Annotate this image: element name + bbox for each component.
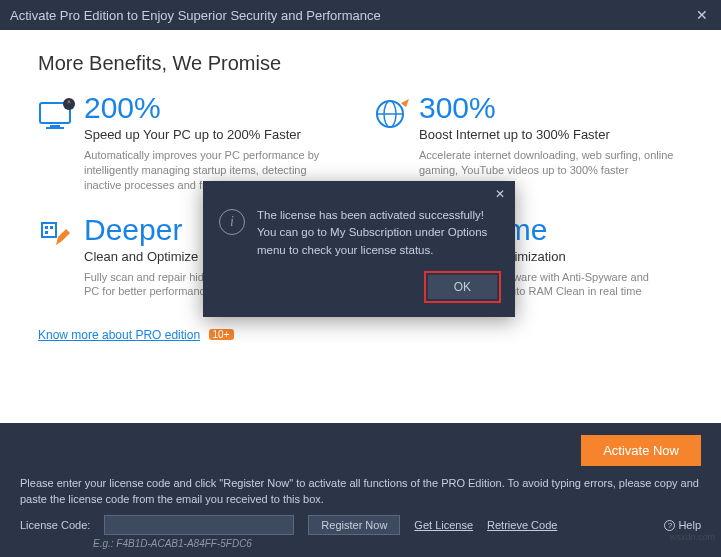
dialog-header: ✕: [203, 181, 515, 201]
ok-button[interactable]: OK: [428, 275, 497, 299]
know-more-badge: 10+: [209, 329, 234, 340]
benefit-sub: Speed up Your PC up to 200% Faster: [84, 127, 343, 142]
know-more-row: Know more about PRO edition 10+: [38, 325, 683, 343]
footer-instructions: Please enter your license code and click…: [20, 476, 701, 507]
dialog-footer: OK: [203, 275, 515, 317]
license-code-row: License Code: Register Now Get License R…: [20, 515, 701, 535]
svg-rect-9: [50, 226, 53, 229]
help-link[interactable]: ? Help: [664, 519, 701, 531]
svg-rect-10: [45, 231, 48, 234]
license-code-label: License Code:: [20, 519, 90, 531]
activation-dialog: ✕ i The license has been activated succe…: [203, 181, 515, 317]
dialog-close-icon[interactable]: ✕: [495, 187, 505, 201]
svg-point-3: [63, 98, 75, 110]
help-icon: ?: [664, 520, 675, 531]
globe-icon: [373, 93, 419, 193]
benefit-internet: 300% Boost Internet up to 300% Faster Ac…: [373, 93, 678, 193]
license-code-input[interactable]: [104, 515, 294, 535]
svg-rect-1: [50, 125, 60, 127]
svg-rect-8: [45, 226, 48, 229]
benefit-speedup: 200% Speed up Your PC up to 200% Faster …: [38, 93, 343, 193]
license-example: E.g.: F4B1D-ACAB1-A84FF-5FDC6: [20, 538, 701, 549]
footer: Activate Now Please enter your license c…: [0, 423, 721, 557]
titlebar: Activate Pro Edition to Enjoy Superior S…: [0, 0, 721, 30]
svg-rect-2: [46, 127, 64, 129]
get-license-link[interactable]: Get License: [414, 519, 473, 531]
know-more-link[interactable]: Know more about PRO edition: [38, 328, 200, 342]
benefit-big: 300%: [419, 93, 678, 123]
page-heading: More Benefits, We Promise: [38, 52, 683, 75]
svg-rect-7: [42, 223, 56, 237]
benefit-big: 200%: [84, 93, 343, 123]
clean-icon: [38, 215, 84, 300]
dialog-message: The license has been activated successfu…: [257, 207, 499, 259]
benefit-desc: Accelerate internet downloading, web sur…: [419, 148, 678, 178]
titlebar-text: Activate Pro Edition to Enjoy Superior S…: [10, 8, 693, 23]
info-icon: i: [219, 209, 245, 235]
watermark: wsxdn.com: [670, 532, 715, 542]
retrieve-code-link[interactable]: Retrieve Code: [487, 519, 557, 531]
benefit-sub: Boost Internet up to 300% Faster: [419, 127, 678, 142]
register-now-button[interactable]: Register Now: [308, 515, 400, 535]
dialog-body: i The license has been activated success…: [203, 201, 515, 275]
close-icon[interactable]: ✕: [693, 7, 711, 23]
speedup-icon: [38, 93, 84, 193]
activate-now-button[interactable]: Activate Now: [581, 435, 701, 466]
activate-row: Activate Now: [20, 435, 701, 466]
